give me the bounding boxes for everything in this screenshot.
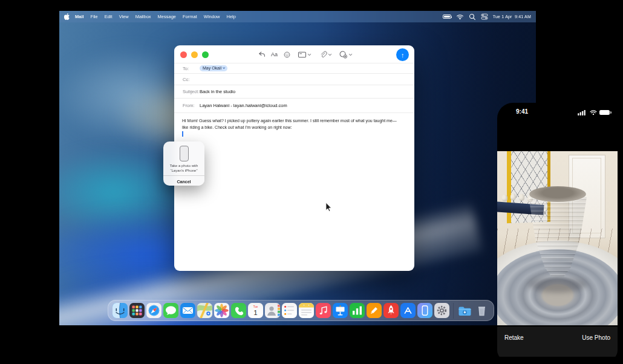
iphone-status-bar: 9:41 [497, 103, 618, 121]
continuity-camera-popup: Take a photo with “Layan’s iPhone” Cance… [163, 141, 204, 186]
dock-divider [453, 303, 454, 319]
message-body[interactable]: Hi Mom! Guess what? I picked up pottery … [174, 113, 407, 131]
from-label: From: [183, 103, 200, 108]
dock-icon-keynote[interactable] [333, 303, 348, 318]
camera-photo-preview [497, 151, 618, 325]
dock-icon-reminders[interactable] [282, 303, 297, 318]
to-label: To: [183, 66, 200, 71]
screenshot-stage: MailFileEditViewMailboxMessageFormatWind… [0, 0, 623, 364]
zoom-button[interactable] [202, 51, 209, 58]
dock-icon-finder[interactable] [113, 303, 128, 318]
menu-bar: MailFileEditViewMailboxMessageFormatWind… [59, 11, 536, 22]
dock-icon-trash[interactable] [474, 303, 489, 318]
dock-icon-downloads[interactable] [457, 303, 472, 318]
dock-icon-mail[interactable] [180, 303, 195, 318]
dock-icon-photos[interactable] [214, 303, 229, 318]
dock-icon-messages[interactable] [163, 303, 178, 318]
from-value: Layan Halwani - layan.halwani@icloud.com [200, 103, 287, 108]
menu-file[interactable]: File [91, 14, 98, 19]
photo-browser-icon[interactable] [298, 50, 310, 59]
dock-icon-contacts[interactable] [265, 303, 280, 318]
menu-format[interactable]: Format [183, 14, 197, 19]
dock-icon-settings[interactable] [434, 303, 449, 318]
menu-mailbox[interactable]: Mailbox [135, 14, 151, 19]
format-label: Aa [271, 51, 278, 57]
dock-icon-appstore[interactable] [400, 303, 416, 318]
undo-icon[interactable] [258, 50, 266, 59]
cellular-signal-icon [578, 109, 587, 115]
iphone-icon [180, 146, 189, 161]
menu-bar-status: Tue 1 Apr 9:41 AM [443, 13, 531, 21]
iphone-clock: 9:41 [516, 108, 528, 115]
dock-icon-pages[interactable] [367, 303, 382, 318]
to-field[interactable]: To: May Okail [174, 63, 414, 74]
recipient-name: May Okail [203, 66, 221, 70]
chevron-down-icon [223, 67, 225, 69]
search-icon[interactable] [469, 13, 476, 21]
dock-icon-iphone-mirroring[interactable] [417, 303, 432, 318]
retake-button[interactable]: Retake [504, 334, 524, 357]
cc-field[interactable]: Cc: [174, 74, 414, 85]
svg-text:1: 1 [253, 309, 257, 316]
dock-icon-launchpad[interactable] [129, 303, 145, 318]
popup-message-line1: Take a photo with [163, 164, 204, 169]
battery-icon [599, 110, 610, 115]
menu-window[interactable]: Window [204, 14, 220, 19]
subject-label: Subject: [183, 89, 200, 94]
menu-bar-clock[interactable]: Tue 1 Apr 9:41 AM [493, 15, 531, 19]
send-button[interactable]: ↑ [396, 48, 409, 61]
mail-toolbar: Aa ↑ [174, 45, 414, 63]
control-center-icon[interactable] [481, 13, 488, 20]
iphone-screen: 9:41 [497, 103, 618, 361]
close-button[interactable] [180, 51, 187, 58]
text-cursor [182, 131, 183, 137]
emoji-icon[interactable] [283, 50, 291, 59]
popup-divider [163, 175, 204, 176]
use-photo-button[interactable]: Use Photo [582, 334, 610, 357]
minimize-button[interactable] [191, 51, 198, 58]
dock-icon-notes[interactable] [299, 303, 314, 318]
mail-compose-window: Aa ↑ To: [174, 45, 414, 271]
menu-message[interactable]: Message [158, 14, 176, 19]
from-field[interactable]: From: Layan Halwani - layan.halwani@iclo… [174, 99, 414, 113]
apple-menu-icon[interactable] [64, 13, 70, 20]
menu-edit[interactable]: Edit [105, 14, 113, 19]
cc-label: Cc: [183, 77, 200, 82]
dock-icon-phone[interactable] [231, 303, 246, 318]
popup-message-line2: “Layan’s iPhone” [163, 169, 204, 174]
menu-help[interactable]: Help [226, 14, 235, 19]
dock-icon-calendar[interactable]: Tue1 [248, 303, 263, 318]
menu-view[interactable]: View [119, 14, 129, 19]
cancel-button[interactable]: Cancel [163, 180, 204, 184]
mouse-cursor [325, 202, 332, 212]
mac-desktop: MailFileEditViewMailboxMessageFormatWind… [59, 11, 536, 325]
menu-mail[interactable]: Mail [75, 14, 84, 19]
subject-value: Back in the studio [200, 89, 235, 94]
dock: Tue1 [108, 300, 494, 321]
menu-items: MailFileEditViewMailboxMessageFormatWind… [75, 14, 236, 19]
insert-from-iphone-icon[interactable] [339, 50, 351, 59]
clay-pot [529, 186, 587, 283]
dock-icon-music[interactable] [316, 303, 331, 318]
dock-icon-safari[interactable] [146, 303, 161, 318]
window-controls [180, 51, 209, 58]
attach-icon[interactable] [319, 50, 331, 59]
wifi-icon[interactable] [456, 13, 464, 20]
recipient-pill[interactable]: May Okail [200, 65, 227, 72]
svg-text:Tue: Tue [253, 305, 258, 308]
camera-bottom-bar: Retake Use Photo [497, 327, 618, 357]
battery-icon[interactable] [443, 15, 451, 19]
dock-icon-numbers[interactable] [350, 303, 365, 318]
dock-icon-maps[interactable] [197, 303, 212, 318]
dock-icon-rocket[interactable] [383, 303, 399, 318]
subject-field[interactable]: Subject: Back in the studio [174, 85, 414, 99]
wifi-icon [589, 109, 598, 115]
format-icon[interactable]: Aa [271, 50, 278, 59]
